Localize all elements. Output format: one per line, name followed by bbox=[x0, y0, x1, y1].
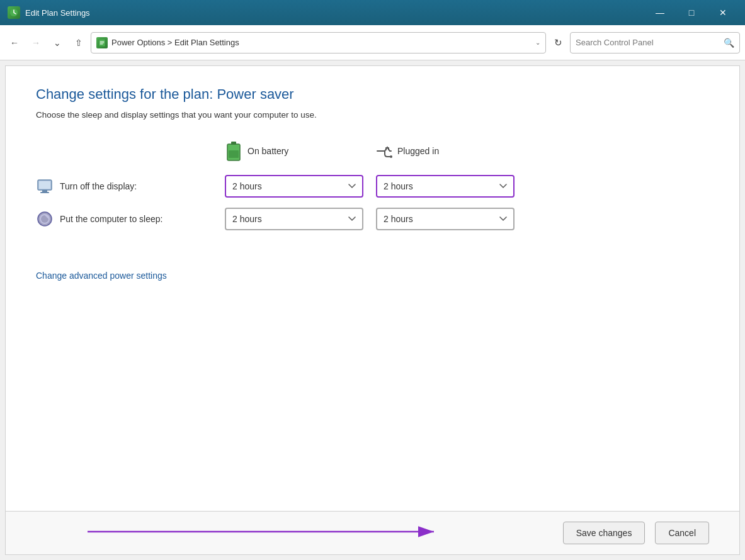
search-box[interactable]: 🔍 bbox=[570, 32, 740, 53]
app-icon bbox=[8, 6, 20, 19]
monitor-icon bbox=[36, 177, 54, 195]
search-icon: 🔍 bbox=[724, 38, 734, 48]
row2-battery-cell: 2 hours 1 minute 5 minutes 10 minutes 15… bbox=[225, 203, 376, 235]
row1-battery-select[interactable]: 2 hours 1 minute 5 minutes 10 minutes 15… bbox=[225, 175, 363, 198]
minimize-button[interactable]: — bbox=[645, 3, 674, 23]
page-heading: Change settings for the plan: Power save… bbox=[36, 86, 709, 103]
column-plugged-label: Plugged in bbox=[397, 146, 439, 156]
address-bar[interactable]: Power Options > Edit Plan Settings ⌄ bbox=[91, 32, 546, 53]
window-controls: — □ ✕ bbox=[645, 3, 737, 23]
column-battery-label: On battery bbox=[247, 146, 288, 156]
nav-down-button[interactable]: ⌄ bbox=[48, 33, 67, 52]
nav-forward-button[interactable]: → bbox=[26, 33, 45, 52]
row2-plugged-cell: 2 hours 1 minute 5 minutes 10 minutes 15… bbox=[376, 203, 527, 235]
content-panel: Change settings for the plan: Power save… bbox=[5, 65, 740, 555]
plug-icon bbox=[376, 142, 394, 160]
address-dropdown-icon: ⌄ bbox=[535, 39, 540, 46]
svg-rect-9 bbox=[42, 190, 47, 192]
settings-grid: On battery Plugged in bbox=[36, 142, 709, 235]
addressbar: ← → ⌄ ⇧ Power Options > Edit Plan Settin… bbox=[0, 25, 745, 60]
row1-label-text: Turn off the display: bbox=[60, 181, 137, 191]
content-footer: Save changes Cancel bbox=[6, 511, 739, 554]
row2-label: Put the computer to sleep: bbox=[36, 203, 225, 235]
titlebar: Edit Plan Settings — □ ✕ bbox=[0, 0, 745, 25]
row1-plugged-select[interactable]: 2 hours 1 minute 5 minutes 10 minutes 15… bbox=[376, 175, 515, 198]
row2-label-text: Put the computer to sleep: bbox=[60, 214, 162, 224]
address-icon bbox=[96, 37, 108, 48]
content-inner: Change settings for the plan: Power save… bbox=[6, 66, 739, 511]
svg-rect-10 bbox=[40, 192, 49, 193]
cancel-button[interactable]: Cancel bbox=[655, 522, 709, 544]
page-subtitle: Choose the sleep and display settings th… bbox=[36, 110, 709, 120]
breadcrumb-text: Power Options > Edit Plan Settings bbox=[111, 38, 532, 47]
svg-point-5 bbox=[390, 155, 392, 158]
maximize-button[interactable]: □ bbox=[677, 3, 706, 23]
column-header-battery: On battery bbox=[225, 142, 376, 170]
row1-plugged-cell: 2 hours 1 minute 5 minutes 10 minutes 15… bbox=[376, 170, 527, 203]
advanced-power-settings-link[interactable]: Change advanced power settings bbox=[36, 271, 167, 281]
row1-label: Turn off the display: bbox=[36, 170, 225, 203]
window-title: Edit Plan Settings bbox=[25, 8, 645, 18]
svg-rect-11 bbox=[39, 181, 50, 189]
save-changes-button[interactable]: Save changes bbox=[563, 522, 645, 544]
search-input[interactable] bbox=[576, 38, 720, 47]
row1-battery-cell: 2 hours 1 minute 5 minutes 10 minutes 15… bbox=[225, 170, 376, 203]
column-header-plugged: Plugged in bbox=[376, 142, 527, 170]
svg-rect-3 bbox=[231, 142, 236, 145]
row2-battery-select[interactable]: 2 hours 1 minute 5 minutes 10 minutes 15… bbox=[225, 208, 363, 230]
nav-up-button[interactable]: ⇧ bbox=[69, 33, 88, 52]
battery-icon bbox=[225, 142, 242, 160]
arrow-annotation bbox=[81, 519, 446, 547]
row2-plugged-select[interactable]: 2 hours 1 minute 5 minutes 10 minutes 15… bbox=[376, 208, 515, 230]
svg-rect-4 bbox=[229, 150, 239, 158]
close-button[interactable]: ✕ bbox=[708, 3, 737, 23]
refresh-button[interactable]: ↻ bbox=[549, 33, 567, 52]
nav-back-button[interactable]: ← bbox=[5, 33, 24, 52]
advanced-section: Change advanced power settings bbox=[36, 255, 709, 281]
sleep-icon bbox=[36, 210, 54, 228]
